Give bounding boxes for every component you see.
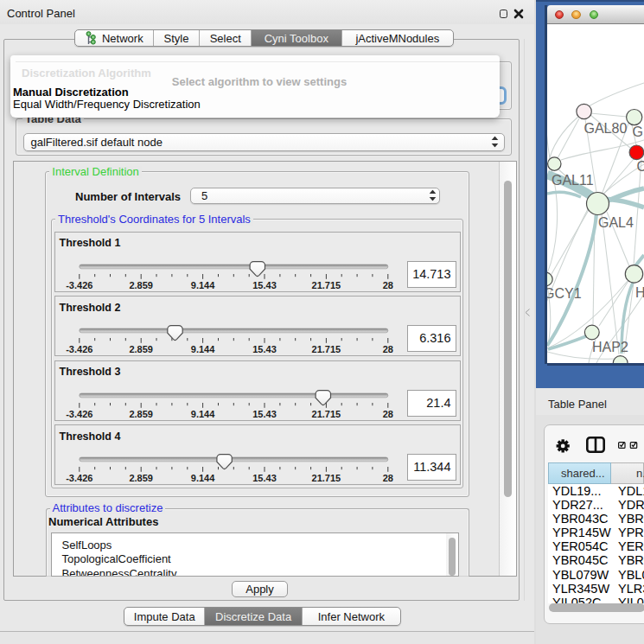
svg-text:15.43: 15.43: [252, 279, 277, 290]
svg-text:-3.426: -3.426: [66, 473, 92, 483]
svg-text:GCY1: GCY1: [547, 286, 582, 301]
svg-text:C: C: [637, 159, 644, 174]
svg-text:28: 28: [382, 279, 392, 290]
svg-text:15.43: 15.43: [252, 473, 277, 483]
svg-text:-3.426: -3.426: [66, 344, 92, 354]
svg-text:GAL80: GAL80: [584, 121, 628, 136]
svg-text:21.715: 21.715: [311, 279, 341, 290]
svg-text:2.859: 2.859: [129, 408, 153, 418]
svg-text:15.43: 15.43: [252, 344, 277, 354]
svg-text:21.715: 21.715: [311, 408, 341, 418]
svg-text:9.144: 9.144: [190, 408, 214, 418]
svg-text:9.144: 9.144: [190, 473, 214, 483]
svg-text:21.715: 21.715: [311, 473, 341, 483]
svg-text:28: 28: [382, 344, 392, 354]
svg-text:9.144: 9.144: [190, 279, 214, 290]
svg-text:HAP2: HAP2: [592, 340, 628, 354]
svg-text:2.859: 2.859: [129, 344, 153, 354]
svg-text:21.715: 21.715: [311, 344, 341, 354]
svg-text:-3.426: -3.426: [66, 279, 92, 290]
svg-text:28: 28: [382, 408, 392, 418]
svg-text:2.859: 2.859: [129, 473, 153, 483]
svg-text:-3.426: -3.426: [66, 408, 92, 418]
svg-text:G.: G.: [633, 124, 644, 139]
svg-text:H: H: [635, 285, 644, 300]
svg-text:GAL4: GAL4: [598, 215, 634, 230]
svg-text:28: 28: [382, 473, 392, 483]
svg-text:9.144: 9.144: [190, 344, 214, 354]
svg-text:2.859: 2.859: [129, 279, 153, 290]
svg-text:15.43: 15.43: [252, 408, 277, 418]
svg-text:GAL11: GAL11: [552, 173, 594, 188]
